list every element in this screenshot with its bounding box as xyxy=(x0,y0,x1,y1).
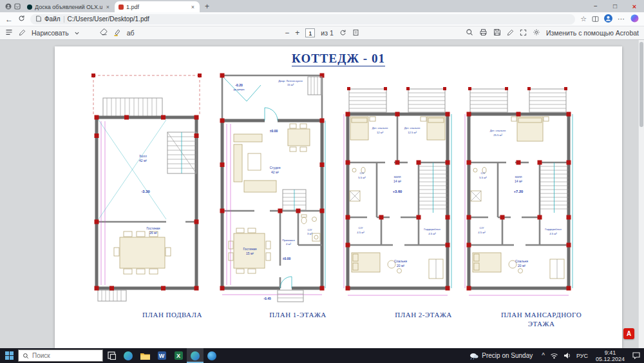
zoom-out-icon[interactable]: − xyxy=(285,28,289,37)
profile-icon[interactable] xyxy=(5,1,12,12)
close-window-button[interactable]: × xyxy=(625,0,644,12)
taskbar-app-edge[interactable] xyxy=(120,348,137,363)
address-bar[interactable]: Файл C:/Users/User/Desktop/1.pdf xyxy=(30,14,575,25)
draw-pen-icon[interactable] xyxy=(19,29,26,37)
print-icon[interactable] xyxy=(479,28,488,37)
room-label: Прихожая xyxy=(282,239,294,242)
volume-icon[interactable] xyxy=(564,350,571,362)
tab-title: 1.pdf xyxy=(126,4,187,10)
draw-button[interactable]: Нарисовать xyxy=(32,29,69,37)
balcony-rails xyxy=(468,87,567,112)
room-area: 15 м² xyxy=(287,83,294,86)
table-of-contents-icon[interactable] xyxy=(5,28,13,37)
search-icon[interactable] xyxy=(466,28,473,37)
read-aloud-icon[interactable]: аб xyxy=(127,29,135,37)
level-mark: +3.60 xyxy=(393,190,402,193)
tab-title: Доска объявлений OLX.uz, ран... xyxy=(35,4,102,10)
yard-walls xyxy=(220,74,325,121)
file-badge: Файл xyxy=(44,15,61,23)
refresh-icon[interactable] xyxy=(18,15,25,23)
tab-pdf-active[interactable]: 1.pdf × xyxy=(115,1,200,12)
favorites-star-icon[interactable]: ☆ xyxy=(580,15,587,23)
level-mark: ±0.00 xyxy=(283,257,291,260)
taskbar-clock[interactable]: 9:41 05.12.2024 xyxy=(593,349,627,362)
room-label: Дет. спальня xyxy=(372,126,388,130)
address-text: C:/Users/User/Desktop/1.pdf xyxy=(68,15,149,23)
room-area: 5.5 м² xyxy=(479,176,487,179)
drawing-title: КОТТЕДЖ - 01 xyxy=(55,52,622,66)
vertical-scrollbar[interactable] xyxy=(638,40,644,348)
chevron-down-icon[interactable] xyxy=(75,29,79,37)
search-input[interactable] xyxy=(32,352,90,359)
plan-caption: ПЛАН МАНСАРДНОГО ЭТАЖА xyxy=(499,311,584,329)
room-area: 4.5 м² xyxy=(478,231,486,234)
highlighter-icon[interactable] xyxy=(113,28,121,37)
room-area: 42 м² xyxy=(271,170,279,174)
notification-center-icon[interactable] xyxy=(632,350,640,362)
edit-with-acrobat-button[interactable]: Изменить с помощью Acrobat xyxy=(546,29,639,37)
tab-olx[interactable]: Доска объявлений OLX.uz, ран... × xyxy=(23,1,115,12)
acrobat-logo-icon: A xyxy=(627,330,631,337)
room-label: Студия xyxy=(270,166,281,170)
dining-table xyxy=(114,231,171,274)
fit-page-icon[interactable] xyxy=(352,29,359,37)
taskbar-app-word[interactable]: W xyxy=(153,348,170,363)
level-mark: -3.30 xyxy=(141,190,149,193)
back-icon[interactable]: ← xyxy=(5,15,13,23)
room-area: 4.5 м² xyxy=(357,231,365,234)
room-area: 12 м² xyxy=(377,131,384,134)
room-label: С/У xyxy=(360,172,365,175)
rotate-icon[interactable] xyxy=(339,29,346,37)
close-tab-icon[interactable]: × xyxy=(190,4,196,10)
maximize-button[interactable]: □ xyxy=(605,0,625,12)
wifi-icon[interactable] xyxy=(550,350,558,362)
scrollbar-thumb[interactable] xyxy=(639,42,643,127)
tab-actions-icon[interactable] xyxy=(14,1,21,12)
taskbar-app-excel[interactable]: X xyxy=(170,348,187,363)
minimize-button[interactable]: − xyxy=(586,0,605,12)
weather-widget[interactable]: Precip on Sunday xyxy=(464,352,538,360)
level-mark: -0.45 xyxy=(263,297,271,300)
edit-icon[interactable] xyxy=(507,29,514,37)
start-button[interactable] xyxy=(0,348,18,363)
save-icon[interactable] xyxy=(493,28,501,37)
room-area: 3 м² xyxy=(307,232,312,235)
interior-stairs xyxy=(419,162,448,213)
room-area: 14 м² xyxy=(515,179,522,183)
copilot-icon[interactable] xyxy=(630,14,639,25)
windows-logo-icon xyxy=(5,351,14,360)
floor-plan-second-floor: Дет. спальня 12 м² Дет. спальня 12.5 м² … xyxy=(341,72,454,319)
room-area: 20 м² xyxy=(397,264,404,268)
room-label: Двор: Летняя кухня xyxy=(278,79,303,83)
level-mark: ±0.00 xyxy=(270,129,278,133)
fullscreen-icon[interactable] xyxy=(520,29,527,37)
taskbar-app-browser[interactable] xyxy=(204,348,220,363)
room-label: холл xyxy=(515,175,522,179)
eraser-icon[interactable] xyxy=(100,28,108,37)
plan-caption: ПЛАН 1-ЭТАЖА xyxy=(242,311,354,319)
task-view-button[interactable] xyxy=(103,348,120,363)
hidden-icons-chevron[interactable]: ^ xyxy=(542,352,545,359)
taskbar-app-edge-active[interactable] xyxy=(187,348,204,363)
language-indicator[interactable]: РУС xyxy=(576,353,588,359)
taskbar-app-explorer[interactable] xyxy=(137,348,153,363)
settings-gear-icon[interactable] xyxy=(533,28,540,37)
new-tab-button[interactable]: + xyxy=(200,1,214,12)
beds xyxy=(511,117,549,141)
room-area: 15 м² xyxy=(246,251,254,255)
room-label: Дет. спальня xyxy=(404,126,421,130)
level-mark: -0.20 xyxy=(235,83,243,87)
room-label: С/У xyxy=(359,226,363,230)
acrobat-floating-button[interactable]: A xyxy=(623,328,634,339)
menu-dots-icon[interactable]: ⋯ xyxy=(618,15,625,23)
room-labels: Дет. спальня 12 м² Дет. спальня 12.5 м² … xyxy=(357,126,440,268)
entry-steps xyxy=(278,290,303,302)
room-area: 12.5 м² xyxy=(408,131,417,134)
split-screen-icon[interactable] xyxy=(592,14,599,25)
taskbar-search-box[interactable] xyxy=(18,349,103,362)
close-tab-icon[interactable]: × xyxy=(105,4,111,10)
profile-avatar[interactable] xyxy=(604,14,612,25)
zoom-in-icon[interactable]: + xyxy=(295,28,299,37)
windows-taskbar: W X Precip on Sunday ^ РУС 9:41 05.12.20… xyxy=(0,348,644,363)
page-number-input[interactable] xyxy=(305,28,315,37)
